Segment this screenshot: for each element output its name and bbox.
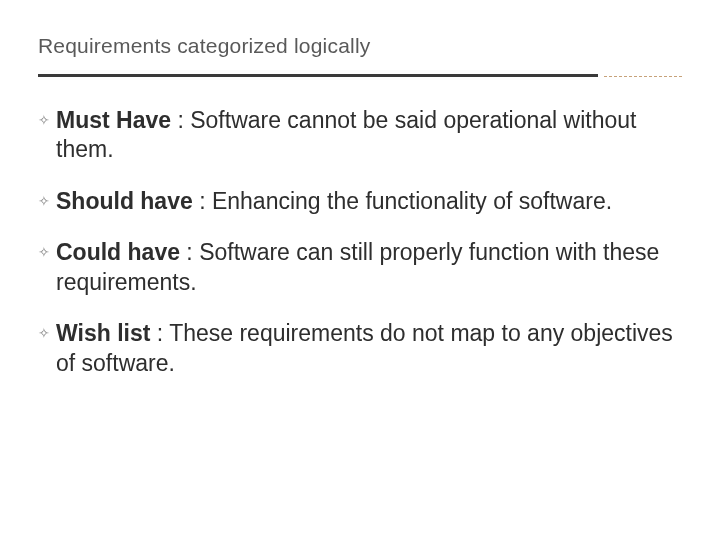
item-label: Must Have (56, 107, 171, 133)
list-item-text: Wish list : These requirements do not ma… (56, 319, 682, 378)
item-sep: : (171, 107, 190, 133)
star-icon: ✧ (38, 112, 50, 130)
list-item: ✧ Must Have : Software cannot be said op… (38, 106, 682, 165)
list-item-text: Must Have : Software cannot be said oper… (56, 106, 682, 165)
slide-title: Requirements categorized logically (38, 34, 682, 58)
divider-main (38, 74, 598, 77)
item-label: Should have (56, 188, 193, 214)
item-sep: : (150, 320, 169, 346)
star-icon: ✧ (38, 244, 50, 262)
title-divider (38, 74, 682, 78)
list-item-text: Should have : Enhancing the functionalit… (56, 187, 682, 216)
list-item-text: Could have : Software can still properly… (56, 238, 682, 297)
list-item: ✧ Could have : Software can still proper… (38, 238, 682, 297)
list-item: ✧ Should have : Enhancing the functional… (38, 187, 682, 216)
item-desc: Enhancing the functionality of software. (212, 188, 612, 214)
item-sep: : (180, 239, 199, 265)
item-label: Wish list (56, 320, 150, 346)
bullet-list: ✧ Must Have : Software cannot be said op… (38, 106, 682, 378)
item-label: Could have (56, 239, 180, 265)
slide: Requirements categorized logically ✧ Mus… (0, 0, 720, 540)
divider-accent (604, 76, 682, 77)
list-item: ✧ Wish list : These requirements do not … (38, 319, 682, 378)
item-sep: : (193, 188, 212, 214)
star-icon: ✧ (38, 325, 50, 343)
star-icon: ✧ (38, 193, 50, 211)
